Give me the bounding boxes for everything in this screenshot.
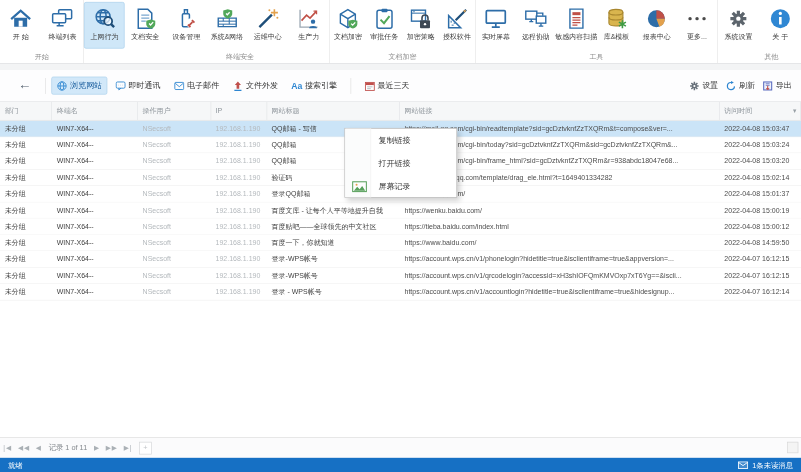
pager-next-buttons[interactable]: ▶ ▶▶ ▶| <box>94 444 133 451</box>
cell-title: 百度一下，你就知道 <box>267 235 400 251</box>
cell-time: 2022-04-08 15:02:14 <box>720 170 801 186</box>
ribbon-tile-label: 远程协助 <box>522 33 550 42</box>
ribbon-tile-label: 更多... <box>687 33 707 42</box>
ribbon-tile-web-behavior[interactable]: 上网行为 <box>84 2 125 49</box>
pagination-bar: |◀ ◀◀ ◀ 记录 1 of 11 ▶ ▶▶ ▶| + <box>0 437 801 458</box>
ribbon-tile-realtime-screen[interactable]: 实时屏幕 <box>476 2 516 49</box>
ribbon-tile-system-network[interactable]: 系统&网络 <box>207 2 248 49</box>
ribbon-group-1: 开 始终端列表开始 <box>0 0 84 63</box>
pager-prev-buttons[interactable]: |◀ ◀◀ ◀ <box>3 444 42 451</box>
document-encryption-icon <box>336 7 360 31</box>
column-header-term[interactable]: 终端名 <box>52 102 138 120</box>
about-icon <box>768 7 792 31</box>
status-bar: 就绪 1条未读消息 <box>0 458 801 472</box>
context-menu-item-2[interactable]: 打开链接 <box>345 152 456 175</box>
tab-file-send[interactable]: 文件外发 <box>227 77 283 95</box>
ribbon-tile-label: 文档安全 <box>131 33 159 42</box>
action-label: 刷新 <box>739 80 755 91</box>
action-refresh[interactable]: 刷新 <box>726 80 755 91</box>
more-icon <box>685 7 709 31</box>
table-row[interactable]: 未分组WIN7-X64--NSecsoft192.168.1.190登录-WPS… <box>0 251 801 267</box>
cell-ip: 192.168.1.190 <box>211 284 267 300</box>
tab-mail[interactable]: 电子邮件 <box>169 77 225 95</box>
back-button[interactable]: ← <box>18 78 31 91</box>
cell-time: 2022-04-07 16:12:14 <box>720 284 801 300</box>
pager-record-label: 记录 1 of 11 <box>49 443 88 453</box>
ribbon-tile-document-security[interactable]: 文档安全 <box>125 2 166 49</box>
tab-globe[interactable]: 浏览网站 <box>51 77 107 95</box>
mail-icon <box>174 80 185 91</box>
table-row[interactable]: 未分组WIN7-X64--NSecsoft192.168.1.190登录-WPS… <box>0 268 801 284</box>
unread-message-area[interactable]: 1条未读消息 <box>738 460 793 470</box>
cell-dept: 未分组 <box>0 219 52 235</box>
pager-corner-box <box>787 442 798 453</box>
ribbon-tile-terminal-list[interactable]: 终端列表 <box>42 2 84 49</box>
column-header-url[interactable]: 网站链接 <box>400 102 720 120</box>
context-menu-item-1[interactable]: 复制链接 <box>345 129 456 152</box>
ribbon-tile-label: 系统设置 <box>725 33 753 42</box>
column-filter-arrow-icon[interactable]: ▾ <box>793 108 796 115</box>
column-header-title[interactable]: 网站标题 <box>267 102 400 120</box>
ribbon-tile-productivity[interactable]: 生产力 <box>288 2 329 49</box>
ribbon-tile-remote-assist[interactable]: 远程协助 <box>516 2 556 49</box>
ribbon-tile-home[interactable]: 开 始 <box>0 2 42 49</box>
column-header-ip[interactable]: IP <box>211 102 267 120</box>
tab-chat[interactable]: 即时通讯 <box>110 77 166 95</box>
ribbon-tile-label: 上网行为 <box>90 33 118 42</box>
ribbon-tile-device-management[interactable]: 设备管理 <box>166 2 207 49</box>
ribbon-tile-report-center[interactable]: 报表中心 <box>637 2 677 49</box>
table-row[interactable]: 未分组WIN7-X64--NSecsoft192.168.1.190百度一下，你… <box>0 235 801 251</box>
ribbon-tile-sensitive-content-scan[interactable]: 敏感内容扫描 <box>556 2 596 49</box>
column-header-user[interactable]: 操作用户 <box>138 102 211 120</box>
cell-term: WIN7-X64-- <box>52 251 138 267</box>
context-menu-item-3[interactable]: 屏幕记录 <box>345 175 456 198</box>
ribbon-tile-system-settings[interactable]: 系统设置 <box>718 2 760 49</box>
cell-ip: 192.168.1.190 <box>211 235 267 251</box>
ribbon-tile-more[interactable]: 更多... <box>677 2 717 49</box>
action-export[interactable]: 导出 <box>762 80 791 91</box>
table-row[interactable]: 未分组WIN7-X64--NSecsoft192.168.1.190登录 - W… <box>0 284 801 300</box>
ribbon-tile-library-template[interactable]: 库&模板 <box>596 2 636 49</box>
ribbon-group-label: 工具 <box>476 52 717 61</box>
cell-dept: 未分组 <box>0 268 52 284</box>
ribbon-tile-document-encryption[interactable]: 文档加密 <box>330 2 366 49</box>
cell-title: 登录-WPS帐号 <box>267 268 400 284</box>
cell-ip: 192.168.1.190 <box>211 153 267 169</box>
ribbon-tile-label: 设备管理 <box>172 33 200 42</box>
action-gear-small[interactable]: 设置 <box>689 80 718 91</box>
ribbon-tile-licensed-software[interactable]: 授权软件 <box>439 2 475 49</box>
remote-assist-icon <box>524 7 548 31</box>
column-header-time[interactable]: 访问时间 <box>720 102 801 120</box>
table-row[interactable]: 未分组WIN7-X64--NSecsoft192.168.1.190百度贴吧——… <box>0 219 801 235</box>
ribbon-tile-about[interactable]: 关 于 <box>759 2 801 49</box>
encryption-policy-icon <box>409 7 433 31</box>
cell-user: NSecsoft <box>138 153 211 169</box>
tab-calendar[interactable]: 最近三天 <box>359 77 415 95</box>
globe-icon <box>57 80 68 91</box>
aa-icon: Aa <box>291 81 302 91</box>
column-header-dept[interactable]: 部门 <box>0 102 52 120</box>
cell-term: WIN7-X64-- <box>52 202 138 218</box>
cell-url: https://www.baidu.com/ <box>400 235 720 251</box>
cell-term: WIN7-X64-- <box>52 284 138 300</box>
system-settings-icon <box>727 7 751 31</box>
cell-user: NSecsoft <box>138 186 211 202</box>
cell-dept: 未分组 <box>0 137 52 153</box>
cell-time: 2022-04-07 16:12:15 <box>720 251 801 267</box>
cell-ip: 192.168.1.190 <box>211 137 267 153</box>
cell-user: NSecsoft <box>138 170 211 186</box>
tab-divider <box>350 78 351 94</box>
ribbon-tile-encryption-policy[interactable]: 加密策略 <box>402 2 438 49</box>
context-menu: 复制链接打开链接屏幕记录 <box>345 128 458 198</box>
cell-title: 登录 - WPS帐号 <box>267 284 400 300</box>
calendar-icon <box>364 80 375 91</box>
export-icon <box>762 80 773 91</box>
home-icon <box>9 7 33 31</box>
table-row[interactable]: 未分组WIN7-X64--NSecsoft192.168.1.190百度文库 -… <box>0 202 801 218</box>
ribbon-tile-label: 运维中心 <box>254 33 282 42</box>
ribbon-tile-approval-tasks[interactable]: 审批任务 <box>366 2 402 49</box>
cell-ip: 192.168.1.190 <box>211 121 267 137</box>
ribbon-tile-ops-center[interactable]: 运维中心 <box>247 2 288 49</box>
tab-Aa[interactable]: Aa搜索引擎 <box>286 77 342 95</box>
pager-extra-button[interactable]: + <box>139 441 152 454</box>
